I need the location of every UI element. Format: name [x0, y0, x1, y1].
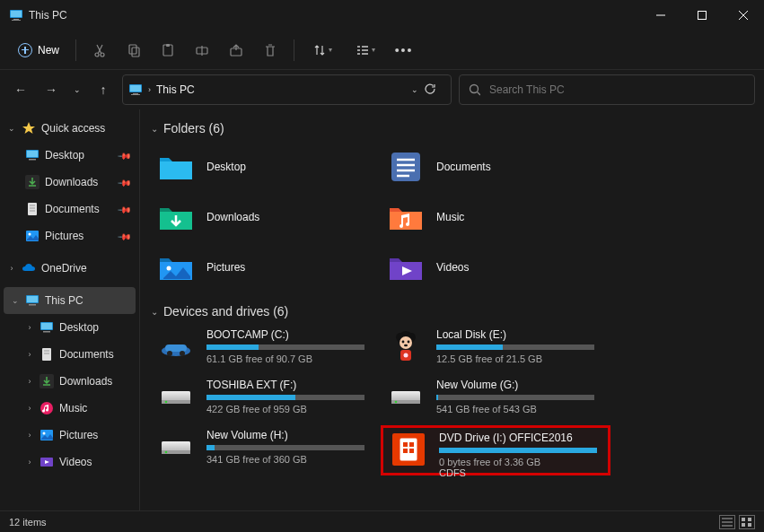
sidebar-item-pc-music[interactable]: › Music [0, 395, 139, 422]
pin-icon: 📌 [118, 175, 132, 189]
drive-item[interactable]: Local Disk (E:)12.5 GB free of 21.5 GB [381, 325, 610, 375]
recent-button[interactable]: ⌄ [70, 78, 84, 101]
chevron-right-icon[interactable]: › [25, 377, 34, 386]
svg-rect-33 [28, 203, 37, 215]
breadcrumb[interactable]: This PC [156, 83, 406, 96]
svg-point-51 [43, 432, 46, 435]
folder-desktop[interactable]: Desktop [151, 142, 381, 192]
paste-button[interactable] [152, 34, 184, 66]
svg-rect-1 [11, 11, 22, 17]
drive-item[interactable]: New Volume (G:)541 GB free of 543 GB [381, 375, 610, 425]
sidebar-item-desktop[interactable]: Desktop 📌 [0, 142, 139, 169]
refresh-button[interactable] [424, 83, 445, 98]
chevron-down-icon[interactable]: ⌄ [11, 296, 20, 305]
folder-videos[interactable]: Videos [381, 242, 610, 292]
chevron-right-icon[interactable]: › [25, 431, 34, 440]
section-folders[interactable]: ⌄ Folders (6) [151, 115, 753, 142]
drive-item[interactable]: New Volume (H:)341 GB free of 360 GB [151, 425, 381, 475]
view-button[interactable]: ▾ [345, 34, 386, 66]
drive-item[interactable]: TOSHIBA EXT (F:)422 GB free of 959 GB [151, 375, 381, 425]
documents-folder-icon [388, 149, 424, 185]
chevron-right-icon[interactable]: › [25, 458, 34, 467]
rename-icon [195, 43, 209, 57]
drive-free-text: 541 GB free of 543 GB [436, 404, 603, 414]
svg-rect-3 [12, 20, 21, 21]
rename-button[interactable] [186, 34, 218, 66]
address-bar[interactable]: › This PC ⌄ [122, 74, 452, 105]
folder-downloads[interactable]: Downloads [151, 192, 381, 242]
chevron-down-icon[interactable]: ⌄ [7, 124, 16, 133]
chevron-right-icon[interactable]: › [25, 404, 34, 413]
picture-icon [25, 229, 40, 243]
svg-rect-53 [160, 161, 192, 179]
svg-point-74 [404, 344, 408, 347]
sidebar-item-pc-pictures[interactable]: › Pictures [0, 422, 139, 449]
svg-rect-99 [742, 518, 745, 521]
chevron-down-icon: ⌄ [151, 307, 158, 317]
svg-point-76 [404, 353, 408, 358]
sort-button[interactable]: ▾ [302, 34, 343, 66]
svg-point-38 [29, 233, 31, 236]
close-button[interactable] [723, 0, 764, 31]
svg-rect-92 [403, 442, 408, 447]
copy-button[interactable] [118, 34, 150, 66]
folder-documents[interactable]: Documents [381, 142, 610, 192]
folder-label: Videos [436, 261, 469, 274]
sidebar-item-pc-desktop[interactable]: › Desktop [0, 314, 139, 341]
svg-point-67 [180, 351, 185, 356]
svg-point-27 [470, 85, 479, 93]
search-icon [469, 83, 480, 96]
share-button[interactable] [220, 34, 252, 66]
sidebar-item-this-pc[interactable]: ⌄ This PC [4, 287, 136, 314]
svg-point-73 [408, 341, 410, 344]
svg-rect-65 [165, 344, 187, 352]
cut-icon [92, 43, 107, 57]
sidebar-item-pictures[interactable]: Pictures 📌 [0, 222, 139, 249]
maximize-button[interactable] [681, 0, 723, 31]
forward-button[interactable]: → [40, 78, 63, 101]
downloads-folder-icon [158, 199, 194, 235]
section-title: Devices and drives (6) [163, 304, 288, 318]
sidebar-item-quick-access[interactable]: ⌄ Quick access [0, 115, 139, 142]
view-details-button[interactable] [719, 515, 735, 529]
svg-rect-25 [133, 93, 138, 94]
this-pc-icon [9, 8, 23, 22]
sidebar-item-pc-documents[interactable]: › Documents [0, 341, 139, 368]
chevron-down-icon[interactable]: ⌄ [411, 85, 418, 94]
svg-rect-5 [698, 12, 707, 20]
drive-item[interactable]: DVD Drive (I:) OFFICE20160 bytes free of… [381, 425, 610, 475]
cut-button[interactable] [83, 34, 116, 66]
more-button[interactable]: ••• [388, 34, 420, 66]
view-icons-button[interactable] [739, 515, 755, 529]
drive-name: Local Disk (E:) [436, 328, 603, 341]
status-text: 12 items [9, 517, 47, 528]
sidebar-item-onedrive[interactable]: › OneDrive [0, 255, 139, 282]
this-pc-icon [25, 293, 40, 308]
drive-icon [158, 429, 194, 465]
sidebar-item-label: Documents [45, 203, 100, 215]
drive-name: New Volume (G:) [436, 379, 603, 391]
sidebar-item-pc-downloads[interactable]: › Downloads [0, 368, 139, 395]
sidebar-item-documents[interactable]: Documents 📌 [0, 196, 139, 222]
svg-point-72 [402, 341, 405, 344]
chevron-right-icon[interactable]: › [7, 264, 16, 273]
svg-rect-24 [130, 85, 141, 92]
sidebar-item-downloads[interactable]: Downloads 📌 [0, 169, 139, 196]
chevron-right-icon[interactable]: › [25, 323, 34, 332]
svg-point-49 [40, 402, 53, 414]
search-box[interactable] [459, 74, 755, 105]
up-button[interactable]: ↑ [92, 78, 115, 101]
sidebar-item-pc-videos[interactable]: › Videos [0, 449, 139, 475]
back-button[interactable]: ← [9, 78, 32, 101]
svg-rect-41 [29, 304, 36, 306]
drive-item[interactable]: BOOTCAMP (C:)61.1 GB free of 90.7 GB [151, 325, 381, 375]
folder-music[interactable]: Music [381, 192, 610, 242]
delete-button[interactable] [254, 34, 286, 66]
new-button[interactable]: New [9, 39, 68, 61]
section-drives[interactable]: ⌄ Devices and drives (6) [151, 298, 753, 325]
download-icon [25, 175, 40, 189]
folder-pictures[interactable]: Pictures [151, 242, 381, 292]
chevron-right-icon[interactable]: › [25, 350, 34, 359]
minimize-button[interactable] [640, 0, 681, 31]
search-input[interactable] [489, 83, 745, 96]
